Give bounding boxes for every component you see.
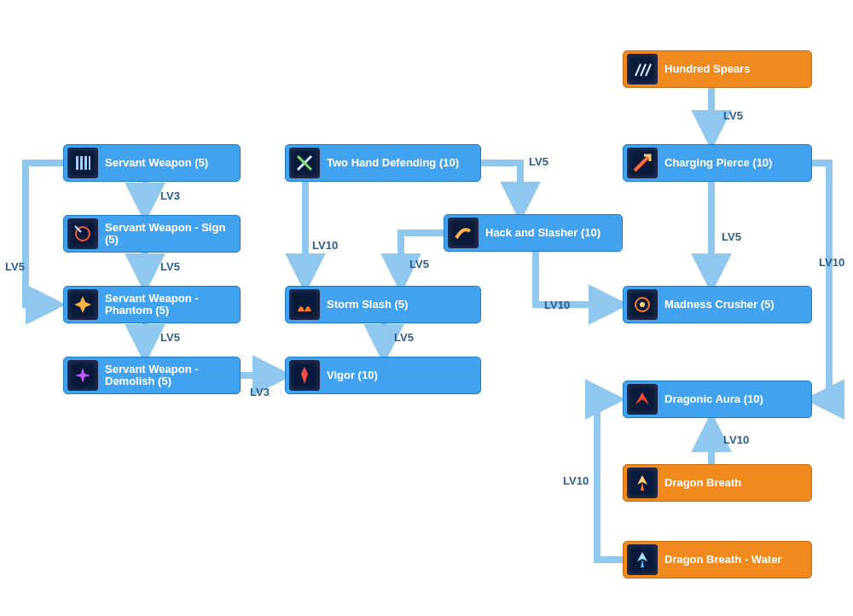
skill-servant-weapon[interactable]: Servant Weapon (5) <box>63 144 241 182</box>
servant-phantom-icon <box>67 289 98 320</box>
edge-label: LV5 <box>409 258 429 270</box>
servant-weapon-icon <box>67 148 98 178</box>
edge-label: LV5 <box>394 331 414 344</box>
skill-servant-phantom[interactable]: Servant Weapon - Phantom (5) <box>63 286 241 323</box>
hundred-spears-icon <box>627 54 658 84</box>
edge-label: LV5 <box>722 230 741 243</box>
dragon-breath-icon <box>627 468 658 498</box>
edge-label: LV10 <box>312 239 338 252</box>
dragon-breath-water-icon <box>627 544 658 575</box>
edge-label: LV5 <box>529 155 548 168</box>
edge-label: LV5 <box>160 331 180 344</box>
dragonic-aura-icon <box>627 384 658 415</box>
edge-label: LV3 <box>250 386 270 398</box>
servant-demolish-icon <box>67 360 98 391</box>
skill-madness-crusher[interactable]: Madness Crusher (5) <box>623 286 812 323</box>
servant-sign-icon <box>67 218 98 249</box>
svg-rect-2 <box>84 156 87 170</box>
skill-label: Storm Slash (5) <box>323 299 480 311</box>
skill-storm-slash[interactable]: Storm Slash (5) <box>285 286 481 323</box>
skill-label: Madness Crusher (5) <box>661 299 811 311</box>
skill-tree: { "skills": { "servant_weapon": { "label… <box>0 0 853 616</box>
skill-dragon-breath-water[interactable]: Dragon Breath - Water <box>623 541 812 578</box>
edge-label: LV10 <box>819 256 844 269</box>
madness-crusher-icon <box>627 289 658 320</box>
skill-servant-demolish[interactable]: Servant Weapon - Demolish (5) <box>63 357 241 394</box>
hack-and-slasher-icon <box>448 218 479 248</box>
edge-label: LV5 <box>5 260 25 273</box>
skill-vigor[interactable]: Vigor (10) <box>285 357 481 394</box>
skill-label: Dragon Breath - Water <box>661 554 811 566</box>
storm-slash-icon <box>289 289 320 320</box>
edge-label: LV10 <box>723 433 749 446</box>
skill-label: Vigor (10) <box>323 369 480 381</box>
skill-label: Servant Weapon (5) <box>102 157 240 169</box>
skill-label: Dragon Breath <box>661 477 811 489</box>
skill-charging-pierce[interactable]: Charging Pierce (10) <box>623 144 812 182</box>
skill-label: Charging Pierce (10) <box>661 157 811 169</box>
svg-rect-0 <box>76 156 78 170</box>
svg-point-6 <box>640 302 645 307</box>
skill-dragon-breath[interactable]: Dragon Breath <box>623 464 812 502</box>
svg-rect-1 <box>80 156 83 170</box>
skill-hundred-spears[interactable]: Hundred Spears <box>623 50 812 88</box>
skill-servant-sign[interactable]: Servant Weapon - Sign (5) <box>63 215 241 253</box>
skill-label: Servant Weapon - Demolish (5) <box>102 363 240 388</box>
edge-label: LV10 <box>544 299 570 311</box>
skill-two-hand-defending[interactable]: Two Hand Defending (10) <box>285 144 481 182</box>
two-hand-defending-icon <box>289 148 320 178</box>
skill-label: Servant Weapon - Phantom (5) <box>102 293 240 317</box>
skill-label: Two Hand Defending (10) <box>323 157 480 169</box>
vigor-icon <box>289 360 320 391</box>
skill-dragonic-aura[interactable]: Dragonic Aura (10) <box>623 381 812 418</box>
skill-label: Servant Weapon - Sign (5) <box>102 222 240 247</box>
skill-hack-and-slasher[interactable]: Hack and Slasher (10) <box>444 214 623 252</box>
skill-label: Hundred Spears <box>661 63 811 75</box>
edge-label: LV5 <box>723 109 743 122</box>
svg-rect-3 <box>89 156 90 170</box>
charging-pierce-icon <box>627 148 658 178</box>
edge-label: LV3 <box>160 189 180 202</box>
skill-label: Dragonic Aura (10) <box>661 393 811 405</box>
skill-label: Hack and Slasher (10) <box>482 227 622 239</box>
edge-label: LV5 <box>160 260 180 273</box>
edge-label: LV10 <box>563 474 589 487</box>
